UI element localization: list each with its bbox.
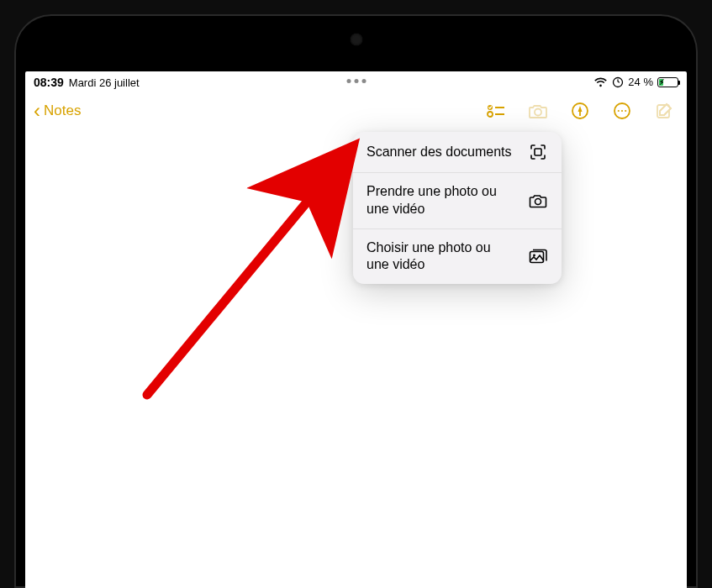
compose-icon[interactable] bbox=[653, 100, 675, 122]
svg-point-11 bbox=[625, 110, 626, 112]
ipad-frame: 08:39 Mardi 26 juillet 24 % ⚡︎ bbox=[0, 0, 712, 588]
popover-label: Prendre une photo ou une vidéo bbox=[367, 183, 516, 218]
battery-icon: ⚡︎ bbox=[657, 77, 678, 87]
wifi-icon bbox=[593, 77, 608, 87]
back-button[interactable]: ‹ Notes bbox=[34, 101, 81, 121]
popover-label: Scanner des documents bbox=[367, 144, 516, 161]
toolbar-right bbox=[485, 92, 675, 129]
popover-item-scan[interactable]: Scanner des documents bbox=[353, 132, 562, 172]
svg-point-0 bbox=[614, 77, 623, 87]
status-right: 24 % ⚡︎ bbox=[593, 76, 678, 88]
toolbar: ‹ Notes bbox=[25, 92, 687, 129]
status-time: 08:39 bbox=[34, 76, 64, 89]
svg-point-2 bbox=[488, 112, 493, 117]
svg-point-16 bbox=[533, 255, 535, 257]
status-left: 08:39 Mardi 26 juillet bbox=[34, 76, 140, 89]
front-camera bbox=[351, 34, 362, 45]
popover-item-take-photo[interactable]: Prendre une photo ou une vidéo bbox=[353, 172, 562, 228]
svg-point-14 bbox=[535, 198, 541, 204]
photo-library-icon bbox=[528, 246, 548, 266]
markup-icon[interactable] bbox=[569, 100, 591, 122]
status-date: Mardi 26 juillet bbox=[69, 76, 140, 89]
popover-label: Choisir une photo ou une vidéo bbox=[367, 239, 516, 275]
popover-item-choose-photo[interactable]: Choisir une photo ou une vidéo bbox=[353, 228, 562, 285]
svg-point-5 bbox=[535, 109, 541, 116]
battery-percent: 24 % bbox=[628, 76, 653, 88]
battery-fill: ⚡︎ bbox=[659, 79, 663, 86]
camera-icon bbox=[528, 191, 548, 211]
chevron-left-icon: ‹ bbox=[34, 101, 40, 121]
scan-icon bbox=[528, 142, 548, 162]
more-icon[interactable] bbox=[611, 100, 633, 122]
checklist-icon[interactable] bbox=[485, 100, 507, 122]
svg-rect-13 bbox=[535, 149, 541, 155]
status-bar: 08:39 Mardi 26 juillet 24 % ⚡︎ bbox=[25, 71, 687, 92]
svg-point-10 bbox=[621, 110, 623, 112]
svg-line-17 bbox=[147, 160, 342, 395]
rotation-lock-icon bbox=[612, 76, 624, 88]
screen: 08:39 Mardi 26 juillet 24 % ⚡︎ bbox=[25, 71, 687, 588]
back-label: Notes bbox=[44, 102, 81, 119]
svg-point-9 bbox=[618, 110, 620, 112]
multitasking-dots[interactable] bbox=[346, 79, 366, 83]
camera-popover: Scanner des documents Prendre une photo … bbox=[353, 132, 562, 284]
camera-toolbar-icon[interactable] bbox=[527, 100, 549, 122]
